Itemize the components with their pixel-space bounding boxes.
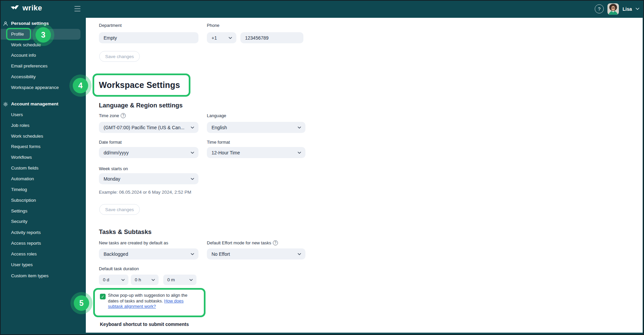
duration-days-select[interactable]: 0 d	[99, 275, 128, 285]
sidebar-item-workflows[interactable]: Workflows	[0, 152, 86, 163]
sidebar-item-work-schedules[interactable]: Work schedules	[0, 131, 86, 142]
chevron-down-icon	[189, 279, 193, 281]
user-menu-chevron-down-icon[interactable]	[636, 8, 639, 10]
sidebar-item-accessibility[interactable]: Accessibility	[0, 71, 86, 82]
department-input[interactable]	[99, 32, 198, 43]
sidebar: Personal settings Profile Work schedule …	[0, 18, 86, 335]
sidebar-item-work-schedule[interactable]: Work schedule	[0, 40, 86, 50]
sidebar-item-security[interactable]: Security	[0, 216, 86, 227]
workspace-settings-title: Workspace Settings	[99, 80, 180, 90]
popup-suggestion-checkbox[interactable]: ✓	[100, 294, 106, 299]
chevron-down-icon	[298, 127, 301, 129]
wrike-logo-text: wrike	[22, 4, 42, 12]
avatar[interactable]	[607, 3, 619, 15]
date-format-label: Date format	[99, 140, 122, 145]
duration-hours-select[interactable]: 0 h	[131, 275, 159, 285]
phone-number-input[interactable]	[240, 32, 303, 43]
sidebar-section-account-management: Account management	[0, 99, 86, 109]
popup-suggestion-label: Show pop-up with suggestion to align the…	[108, 293, 188, 309]
sidebar-item-activity-reports[interactable]: Activity reports	[0, 227, 86, 238]
chevron-down-icon	[191, 178, 194, 180]
person-icon	[3, 18, 8, 29]
sidebar-item-workspace-appearance[interactable]: Workspace appearance	[0, 82, 86, 93]
sidebar-item-user-types[interactable]: User types	[0, 259, 86, 270]
checkmark-icon: ✓	[101, 294, 104, 299]
user-name[interactable]: Lisa	[623, 6, 632, 12]
effort-mode-select[interactable]: No Effort	[207, 248, 305, 259]
gear-icon	[3, 99, 8, 109]
chevron-down-icon	[191, 127, 194, 129]
week-starts-label: Week starts on	[99, 166, 128, 171]
time-format-label: Time format	[207, 140, 230, 145]
sidebar-item-custom-item-types[interactable]: Custom item types	[0, 271, 86, 281]
sidebar-item-timelog[interactable]: Timelog	[0, 184, 86, 195]
language-region-heading: Language & Region settings	[99, 102, 183, 109]
sidebar-item-access-reports[interactable]: Access reports	[0, 238, 86, 249]
week-starts-select[interactable]: Monday	[99, 173, 198, 184]
sidebar-item-settings[interactable]: Settings	[0, 206, 86, 217]
sidebar-item-job-roles[interactable]: Job roles	[0, 120, 86, 131]
sidebar-item-custom-fields[interactable]: Custom fields	[0, 163, 86, 174]
sidebar-item-access-roles[interactable]: Access roles	[0, 249, 86, 259]
timezone-label: Time zone ?	[99, 113, 126, 118]
main-content: Department Phone +1 Save changes Workspa…	[86, 18, 643, 333]
new-tasks-select[interactable]: Backlogged	[99, 248, 198, 259]
language-select[interactable]: English	[207, 122, 305, 133]
effort-mode-label: Default Effort mode for new tasks ?	[207, 240, 278, 245]
wrike-logo[interactable]: wrike	[10, 4, 42, 12]
topbar: wrike ? Lisa	[0, 0, 644, 18]
keyboard-shortcut-label: Keyboard shortcut to submit comments	[100, 322, 189, 327]
sidebar-item-profile[interactable]: Profile	[0, 29, 80, 40]
effort-mode-help-icon[interactable]: ?	[273, 240, 278, 245]
chevron-down-icon	[152, 279, 155, 281]
tasks-subtasks-heading: Tasks & Subtasks	[99, 228, 152, 236]
timezone-select[interactable]: (GMT-07:00) Pacific Time (US & Can...	[99, 122, 198, 133]
sidebar-item-users[interactable]: Users	[0, 109, 86, 120]
duration-minutes-select[interactable]: 0 m	[163, 275, 196, 285]
hamburger-menu-icon[interactable]	[74, 6, 81, 11]
date-example-text: Example: 06.05.2024 or 6 May 2024, 2:52 …	[99, 190, 191, 195]
sidebar-item-automation[interactable]: Automation	[0, 174, 86, 184]
sidebar-item-account-info[interactable]: Account info	[0, 50, 86, 61]
task-duration-label: Default task duration	[99, 266, 139, 271]
help-icon[interactable]: ?	[595, 4, 604, 13]
chevron-down-icon	[298, 253, 301, 255]
chevron-down-icon	[191, 152, 194, 154]
sidebar-item-request-forms[interactable]: Request forms	[0, 141, 86, 152]
wrike-logo-icon	[10, 4, 20, 12]
department-label: Department	[99, 23, 122, 28]
time-format-select[interactable]: 12-Hour Time	[207, 147, 305, 158]
chevron-down-icon	[121, 279, 125, 281]
chevron-down-icon	[229, 37, 232, 39]
chevron-down-icon	[298, 152, 301, 154]
sidebar-item-email-preferences[interactable]: Email preferences	[0, 61, 86, 71]
sidebar-section-personal-settings: Personal settings	[0, 18, 86, 29]
phone-label: Phone	[207, 23, 220, 28]
phone-code-select[interactable]: +1	[207, 32, 236, 43]
new-tasks-label: New tasks are created by default as	[99, 240, 168, 245]
app-window: wrike ? Lisa	[0, 0, 644, 335]
language-region-save-button[interactable]: Save changes	[99, 204, 140, 215]
sidebar-item-subscription[interactable]: Subscription	[0, 195, 86, 206]
chevron-down-icon	[191, 253, 194, 255]
timezone-help-icon[interactable]: ?	[121, 113, 126, 118]
date-format-select[interactable]: dd/mm/yyyy	[99, 147, 198, 158]
profile-save-button[interactable]: Save changes	[99, 51, 140, 62]
language-label: Language	[207, 113, 226, 118]
